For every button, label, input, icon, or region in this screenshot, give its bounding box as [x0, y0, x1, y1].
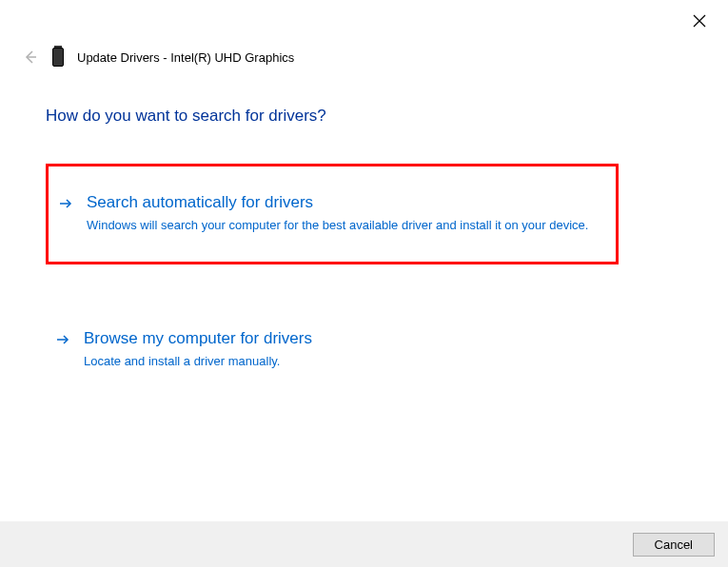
- cancel-button[interactable]: Cancel: [633, 533, 715, 557]
- close-icon: [693, 14, 706, 28]
- close-button[interactable]: [690, 11, 709, 30]
- page-heading: How do you want to search for drivers?: [46, 107, 326, 126]
- back-arrow-icon: [23, 49, 38, 65]
- option-description: Windows will search your computer for th…: [87, 216, 606, 235]
- header: Update Drivers - Intel(R) UHD Graphics: [22, 48, 294, 67]
- option-description: Locate and install a driver manually.: [84, 352, 609, 371]
- footer: Cancel: [0, 521, 728, 567]
- window-title: Update Drivers - Intel(R) UHD Graphics: [77, 50, 294, 65]
- option-title: Browse my computer for drivers: [84, 329, 609, 348]
- back-button: [22, 49, 39, 66]
- option-title: Search automatically for drivers: [87, 193, 606, 212]
- device-icon: [52, 48, 64, 67]
- arrow-right-icon: [58, 196, 75, 213]
- option-search-automatically[interactable]: Search automatically for drivers Windows…: [46, 164, 619, 264]
- option-browse-computer[interactable]: Browse my computer for drivers Locate an…: [46, 303, 619, 398]
- arrow-right-icon: [55, 332, 72, 349]
